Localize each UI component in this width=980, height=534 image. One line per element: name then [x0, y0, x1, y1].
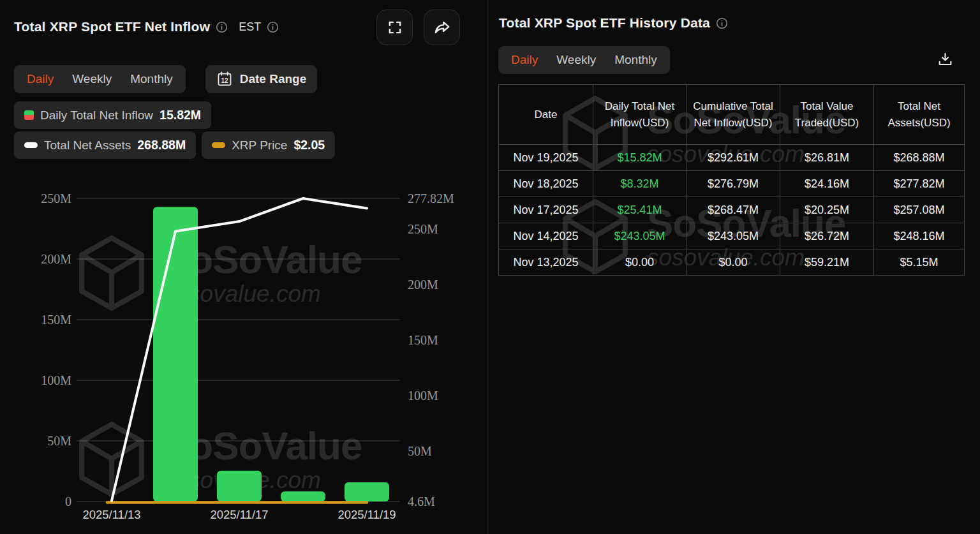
cumulative-inflow-cell: $0.00: [687, 249, 780, 276]
table-row: Nov 13,2025$0.00$0.00$59.21M$5.15M: [499, 249, 965, 276]
net-assets-cell: $268.88M: [874, 145, 965, 171]
inflow-bar: [281, 491, 325, 501]
legend-row-2: Total Net Assets268.88MXRP Price$2.05: [14, 131, 335, 159]
legend-value: 268.88M: [137, 138, 186, 152]
table-header-row: DateDaily Total Net Inflow(USD)Cumulativ…: [499, 85, 965, 145]
history-data-panel: SoSoValue sosovalue.com SoSoValue sosova…: [487, 0, 980, 534]
table-title: Total XRP Spot ETF History Data: [499, 15, 710, 31]
daily-inflow-cell: $8.32M: [593, 171, 687, 197]
page-title: Total XRP Spot ETF Net Inflow: [14, 19, 210, 34]
date-cell: Nov 13,2025: [499, 249, 593, 276]
cumulative-inflow-cell: $243.05M: [687, 223, 780, 249]
tab-daily[interactable]: Daily: [27, 72, 54, 86]
share-icon: [433, 19, 451, 36]
column-header: Daily Total Net Inflow(USD): [593, 85, 687, 145]
legend-row-1: Daily Total Net Inflow15.82M: [14, 101, 211, 129]
value-traded-cell: $24.16M: [780, 171, 874, 197]
inflow-bar: [217, 471, 262, 501]
right-axis-tick: 250M: [408, 222, 438, 236]
legend-item-total-net-assets[interactable]: Total Net Assets268.88M: [14, 131, 196, 159]
left-axis-tick: 100M: [41, 373, 71, 387]
legend-item-daily-total-net-inflow[interactable]: Daily Total Net Inflow15.82M: [14, 101, 211, 129]
column-header: Total Value Traded(USD): [780, 85, 874, 145]
tab-monthly[interactable]: Monthly: [614, 53, 657, 67]
left-axis-tick: 150M: [41, 313, 71, 327]
right-axis-tick: 50M: [408, 444, 432, 458]
right-axis-tick: 100M: [408, 389, 438, 403]
table-row: Nov 18,2025$8.32M$276.79M$24.16M$277.82M: [499, 171, 965, 197]
daily-inflow-cell: $0.00: [593, 249, 687, 276]
net-assets-cell: $277.82M: [874, 171, 965, 197]
right-axis-tick: 4.6M: [408, 494, 435, 508]
tab-daily[interactable]: Daily: [511, 53, 538, 67]
date-range-label: Date Range: [240, 72, 307, 86]
tab-weekly[interactable]: Weekly: [72, 72, 112, 86]
date-cell: Nov 17,2025: [499, 197, 593, 223]
right-axis-tick: 150M: [408, 333, 438, 347]
dash-orange-icon: [212, 142, 225, 148]
net-assets-cell: $5.15M: [874, 249, 965, 276]
legend-label: Total Net Assets: [44, 138, 131, 152]
timezone-label: EST: [239, 20, 261, 34]
value-traded-cell: $59.21M: [780, 249, 874, 276]
legend-value: 15.82M: [160, 108, 201, 122]
table-row: Nov 17,2025$25.41M$268.47M$20.25M$257.08…: [499, 197, 965, 223]
date-cell: Nov 14,2025: [499, 223, 593, 249]
inflow-chart[interactable]: 250M200M150M100M50M0277.82M250M200M150M1…: [0, 172, 486, 534]
date-range-button[interactable]: 12 Date Range: [205, 65, 318, 93]
x-axis-tick: 2025/11/17: [210, 508, 268, 521]
value-traded-cell: $20.25M: [780, 197, 874, 223]
column-header: Cumulative Total Net Inflow(USD): [687, 85, 780, 145]
fullscreen-icon: [387, 19, 403, 36]
x-axis-tick: 2025/11/19: [338, 508, 396, 521]
chart-panel: SoSoValue sosovalue.com SoSoValue sosova…: [0, 0, 486, 534]
fullscreen-button[interactable]: [376, 10, 413, 45]
inflow-bar: [345, 482, 389, 501]
interval-tabs: DailyWeeklyMonthly: [14, 65, 186, 93]
right-axis-tick: 277.82M: [408, 191, 454, 205]
cumulative-inflow-cell: $276.79M: [687, 171, 780, 197]
value-traded-cell: $26.72M: [780, 223, 874, 249]
net-assets-cell: $257.08M: [874, 197, 965, 223]
daily-inflow-cell: $15.82M: [593, 145, 687, 171]
info-icon[interactable]: [267, 21, 279, 33]
legend-label: Daily Total Net Inflow: [40, 108, 153, 122]
history-interval-tabs: DailyWeeklyMonthly: [498, 46, 670, 74]
left-axis-tick: 0: [65, 494, 71, 508]
cumulative-inflow-cell: $292.61M: [687, 145, 780, 171]
daily-inflow-cell: $243.05M: [593, 223, 687, 249]
legend-label: XRP Price: [232, 138, 287, 152]
column-header: Total Net Assets(USD): [874, 85, 965, 145]
net-assets-cell: $248.16M: [874, 223, 965, 249]
info-icon[interactable]: [716, 17, 728, 29]
history-table: DateDaily Total Net Inflow(USD)Cumulativ…: [498, 84, 965, 276]
bar-series-icon: [24, 110, 34, 120]
dash-white-icon: [24, 142, 38, 148]
cumulative-inflow-cell: $268.47M: [687, 197, 780, 223]
date-cell: Nov 18,2025: [499, 171, 593, 197]
left-axis-tick: 50M: [47, 434, 71, 448]
tab-weekly[interactable]: Weekly: [556, 53, 596, 67]
table-row: Nov 19,2025$15.82M$292.61M$26.81M$268.88…: [499, 145, 965, 171]
legend-item-xrp-price[interactable]: XRP Price$2.05: [202, 131, 335, 159]
legend-value: $2.05: [293, 138, 325, 152]
calendar-day: 12: [221, 77, 228, 84]
download-button[interactable]: [935, 50, 954, 69]
info-icon[interactable]: [216, 21, 228, 33]
calendar-icon: 12: [216, 71, 233, 87]
inflow-bar: [153, 207, 198, 501]
value-traded-cell: $26.81M: [780, 145, 874, 171]
share-button[interactable]: [424, 10, 460, 45]
left-axis-tick: 250M: [41, 191, 71, 205]
table-row: Nov 14,2025$243.05M$243.05M$26.72M$248.1…: [499, 223, 965, 249]
column-header: Date: [499, 85, 593, 145]
right-axis-tick: 200M: [408, 278, 438, 292]
left-axis-tick: 200M: [41, 252, 71, 266]
x-axis-tick: 2025/11/13: [82, 508, 140, 521]
download-icon: [937, 51, 954, 68]
net-assets-line: [112, 198, 367, 501]
date-cell: Nov 19,2025: [499, 145, 593, 171]
tab-monthly[interactable]: Monthly: [130, 72, 173, 86]
daily-inflow-cell: $25.41M: [593, 197, 687, 223]
